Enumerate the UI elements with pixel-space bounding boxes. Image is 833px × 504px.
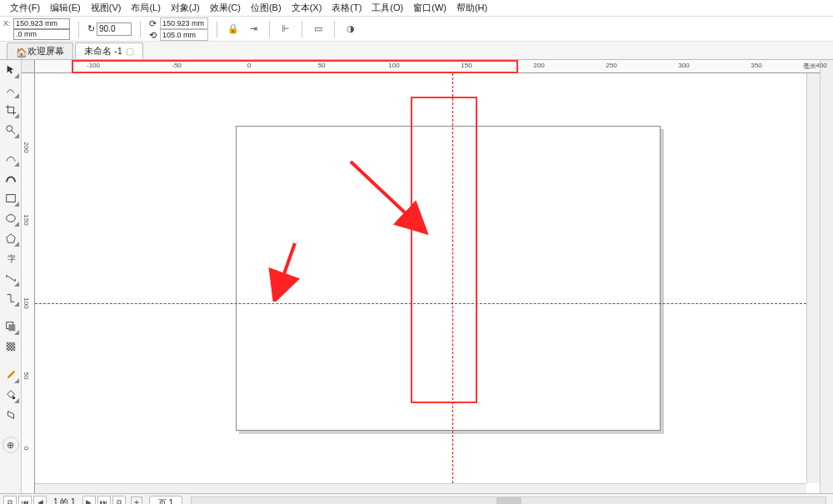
tab-close-icon[interactable]: ▢: [126, 46, 134, 57]
ruler-unit: 毫米: [803, 62, 816, 71]
property-bar: X: ↻ ⟳150.923 mm ⟲105.0 mm 🔒 ⇥ ⊩ ▭ ◑: [0, 17, 833, 42]
add-page-before-icon[interactable]: ⧉: [3, 496, 17, 504]
text-tool[interactable]: 字: [2, 250, 19, 267]
ruler-origin[interactable]: [22, 60, 35, 73]
document-tabs: 🏠 欢迎屏幕 未命名 -1 ▢: [0, 42, 833, 60]
toolbox: 字 ⊕: [0, 60, 22, 493]
pick-tool[interactable]: [2, 62, 19, 78]
home-icon: 🏠: [16, 47, 24, 56]
h-tick: 150: [461, 62, 471, 69]
crop-tool[interactable]: [2, 102, 19, 118]
menu-window[interactable]: 窗口(W): [408, 0, 451, 16]
tab-document-label: 未命名 -1: [84, 45, 122, 57]
position-xy: X:: [3, 18, 70, 40]
eyedropper-tool[interactable]: [2, 367, 19, 383]
horizontal-ruler[interactable]: 毫米 -100-50050100150200250300350400: [35, 60, 820, 73]
menu-bitmap[interactable]: 位图(B): [246, 0, 287, 16]
h-tick: 350: [751, 62, 761, 69]
menu-file[interactable]: 文件(F): [5, 0, 45, 16]
separator: [302, 21, 302, 37]
vertical-ruler[interactable]: 200150100500: [22, 73, 35, 493]
tab-welcome[interactable]: 🏠 欢迎屏幕: [7, 42, 73, 59]
x-input[interactable]: [13, 18, 70, 29]
freehand-tool[interactable]: [2, 150, 19, 167]
page-scroll[interactable]: [191, 497, 826, 504]
v-tick: 0: [22, 447, 30, 450]
page-width[interactable]: 150.923 mm: [160, 17, 208, 29]
shape-tool[interactable]: [2, 82, 19, 98]
h-tick: 200: [533, 62, 544, 69]
tab-document[interactable]: 未命名 -1 ▢: [75, 42, 143, 59]
dropshadow-tool[interactable]: [2, 318, 19, 335]
main-area: 字 ⊕ 毫米 -100-50050100150200250300350400 2…: [0, 60, 833, 493]
add-page-button[interactable]: ＋: [131, 497, 142, 504]
vertical-scrollbar[interactable]: [806, 73, 820, 483]
bounding-icon[interactable]: ▭: [311, 22, 326, 37]
quick-customize[interactable]: ⊕: [2, 437, 19, 453]
h-tick: 50: [318, 62, 326, 69]
snap-icon[interactable]: ⇥: [246, 22, 261, 37]
height-icon: ⟲: [149, 30, 157, 40]
h-tick: 250: [606, 62, 616, 69]
scroll-thumb[interactable]: [496, 497, 521, 504]
menu-layout[interactable]: 布局(L): [126, 0, 165, 16]
parallel-dim-tool[interactable]: [2, 270, 19, 287]
separator: [217, 21, 217, 37]
next-page-icon[interactable]: ▶: [82, 496, 96, 504]
rectangle-tool[interactable]: [2, 190, 19, 207]
width-icon: ⟳: [149, 18, 157, 28]
h-tick: 300: [678, 62, 689, 69]
align-icon[interactable]: ⊩: [278, 22, 293, 37]
transparency-tool[interactable]: [2, 338, 19, 355]
menu-object[interactable]: 对象(J): [166, 0, 205, 16]
menu-edit[interactable]: 编辑(E): [45, 0, 86, 16]
lock-icon[interactable]: 🔒: [226, 22, 241, 37]
menu-table[interactable]: 表格(T): [327, 0, 367, 16]
annotation-rect: [411, 97, 477, 403]
page-tab-1[interactable]: 页 1: [149, 496, 182, 505]
svg-line-11: [351, 162, 421, 228]
menu-help[interactable]: 帮助(H): [451, 0, 492, 16]
h-tick: -50: [172, 62, 182, 69]
v-tick: 200: [22, 142, 30, 152]
separator: [269, 21, 270, 37]
v-tick: 150: [22, 214, 30, 225]
add-page-after-icon[interactable]: ⧉: [112, 496, 126, 504]
connector-tool[interactable]: [2, 290, 19, 307]
page-height[interactable]: 105.0 mm: [160, 29, 208, 41]
polygon-tool[interactable]: [2, 230, 19, 247]
rotation-input[interactable]: [97, 22, 132, 36]
page-navigator: ⧉ ⏮ ◀ 1 的 1 ▶ ⏭ ⧉ ＋ 页 1: [0, 493, 833, 504]
zoom-tool[interactable]: [2, 122, 19, 138]
ellipse-tool[interactable]: [2, 210, 19, 227]
last-page-icon[interactable]: ⏭: [97, 496, 111, 504]
horizontal-scrollbar[interactable]: [35, 483, 806, 493]
first-page-icon[interactable]: ⏮: [18, 496, 32, 504]
rotate-icon: ↻: [87, 23, 95, 34]
menu-tools[interactable]: 工具(O): [367, 0, 408, 16]
separator: [334, 21, 335, 37]
h-tick: 400: [816, 62, 826, 69]
annotation-arrow-2: [268, 240, 303, 302]
right-dock[interactable]: [820, 60, 833, 493]
tab-welcome-label: 欢迎屏幕: [27, 45, 64, 57]
v-tick: 50: [22, 372, 30, 380]
presentation-icon[interactable]: ◑: [343, 22, 358, 37]
prev-page-icon[interactable]: ◀: [33, 496, 47, 504]
separator: [78, 21, 79, 37]
x-label: X:: [3, 18, 12, 28]
h-tick: 100: [388, 62, 399, 69]
annotation-arrow-1: [347, 157, 430, 235]
menu-view[interactable]: 视图(V): [86, 0, 127, 16]
canvas-area: 毫米 -100-50050100150200250300350400 20015…: [22, 60, 820, 493]
h-tick: 0: [247, 62, 251, 69]
interactive-fill-tool[interactable]: [2, 387, 19, 403]
h-tick: -100: [87, 62, 100, 69]
smart-fill-tool[interactable]: [2, 407, 19, 423]
artistic-media-tool[interactable]: [2, 170, 19, 187]
y-input[interactable]: [13, 29, 70, 40]
viewport[interactable]: [35, 73, 806, 483]
menu-effects[interactable]: 效果(C): [205, 0, 246, 16]
menu-text[interactable]: 文本(X): [287, 0, 327, 16]
svg-rect-7: [6, 342, 15, 352]
